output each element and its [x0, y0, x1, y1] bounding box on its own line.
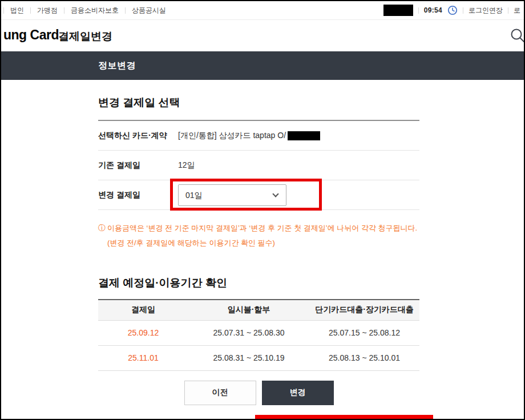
table-header-row: 결제일 일시불·할부 단기카드대출·장기카드대출	[98, 300, 419, 320]
payment-date-cell: 25.09.12	[98, 320, 188, 345]
schedule-confirm-title: 결제 예정일·이용기간 확인	[98, 276, 419, 290]
page-title: 결제일변경	[58, 29, 112, 44]
top-link-corporate[interactable]: 법인	[10, 6, 24, 15]
separator	[418, 7, 419, 14]
new-payment-date-row: 변경 결제일 01일	[98, 180, 419, 210]
new-payment-date-label: 변경 결제일	[98, 190, 178, 200]
col-header-card-loans: 단기카드대출·장기카드대출	[309, 300, 419, 320]
payment-date-cell: 25.11.01	[98, 345, 188, 370]
logout-link[interactable]: 로	[514, 6, 520, 15]
loan-period-cell: 25.07.15 ~ 25.08.12	[309, 320, 419, 345]
separator	[30, 7, 31, 14]
selected-card-row: 선택하신 카드·계약 [개인/통합] 삼성카드 taptap O/	[98, 121, 419, 151]
separator	[463, 7, 463, 14]
selected-card-value: [개인/통합] 삼성카드 taptap O/	[178, 131, 320, 141]
selected-card-text: [개인/통합] 삼성카드 taptap O/	[178, 131, 286, 141]
separator	[125, 7, 126, 14]
info-icon: ⓘ	[98, 224, 106, 232]
redacted-card-number	[288, 131, 320, 140]
billing-notice-line2: (변경 전/후 결제일에 해당하는 이용기간 확인 필수)	[98, 236, 419, 251]
samsung-card-logo[interactable]: ung Card	[3, 27, 59, 43]
page-header: ung Card 결제일변경	[1, 20, 524, 51]
section-header-title: 정보변경	[98, 60, 136, 72]
table-row: 25.09.12 25.07.31 ~ 25.08.30 25.07.15 ~ …	[98, 320, 419, 345]
billing-notice-text1: 이용금액은 ‘변경 전 기준 마지막 결제일’과 ‘변경 후 기준 첫 결제일’…	[107, 224, 417, 232]
col-header-payment-date: 결제일	[98, 300, 188, 320]
top-link-merchant[interactable]: 가맹점	[37, 6, 58, 15]
current-payment-date-value: 12일	[178, 160, 195, 171]
section-header-bar: 정보변경	[1, 51, 524, 80]
redacted-user-name	[383, 5, 413, 16]
payment-date-change-page: { "top_bar": { "links": ["법인", "가맹점", "금…	[0, 0, 525, 420]
loan-period-cell: 25.08.13 ~ 25.10.01	[309, 345, 419, 370]
separator	[64, 7, 64, 14]
action-buttons: 이전 변경	[98, 381, 419, 405]
previous-button[interactable]: 이전	[184, 381, 256, 405]
billing-notice: ⓘ이용금액은 ‘변경 전 기준 마지막 결제일’과 ‘변경 후 기준 첫 결제일…	[98, 221, 419, 251]
top-link-consumer-protection[interactable]: 금융소비자보호	[71, 6, 119, 15]
selected-card-label: 선택하신 카드·계약	[98, 131, 178, 141]
new-payment-date-select[interactable]: 01일	[178, 184, 286, 206]
change-button[interactable]: 변경	[262, 381, 334, 405]
usage-period-cell: 25.08.31 ~ 25.10.19	[188, 345, 309, 370]
red-annotation-underline	[255, 415, 433, 419]
separator	[3, 7, 4, 14]
search-icon[interactable]	[509, 27, 525, 44]
top-utility-bar: 법인 가맹점 금융소비자보호 상품공시실 09:54 로그인연장 로	[1, 1, 524, 20]
separator	[508, 7, 508, 14]
payment-date-form: 선택하신 카드·계약 [개인/통합] 삼성카드 taptap O/ 기존 결제일…	[98, 120, 419, 210]
new-payment-date-select-wrap: 01일	[178, 184, 286, 206]
select-payment-date-title: 변경 결제일 선택	[98, 95, 419, 110]
payment-schedule-table: 결제일 일시불·할부 단기카드대출·장기카드대출 25.09.12 25.07.…	[98, 299, 419, 371]
session-timer: 09:54	[424, 6, 442, 14]
current-payment-date-row: 기존 결제일 12일	[98, 151, 419, 180]
main-content: 변경 결제일 선택 선택하신 카드·계약 [개인/통합] 삼성카드 taptap…	[98, 80, 419, 405]
extend-login-link[interactable]: 로그인연장	[469, 6, 503, 15]
usage-period-cell: 25.07.31 ~ 25.08.30	[188, 320, 309, 345]
table-row: 25.11.01 25.08.31 ~ 25.10.19 25.08.13 ~ …	[98, 345, 419, 370]
billing-notice-line1: ⓘ이용금액은 ‘변경 전 기준 마지막 결제일’과 ‘변경 후 기준 첫 결제일…	[98, 221, 419, 236]
current-payment-date-label: 기존 결제일	[98, 160, 178, 171]
col-header-lump-installment: 일시불·할부	[188, 300, 309, 320]
top-link-product-disclosure[interactable]: 상품공시실	[132, 6, 166, 15]
top-bar-right: 09:54 로그인연장 로	[383, 5, 520, 16]
clock-icon	[447, 5, 458, 15]
